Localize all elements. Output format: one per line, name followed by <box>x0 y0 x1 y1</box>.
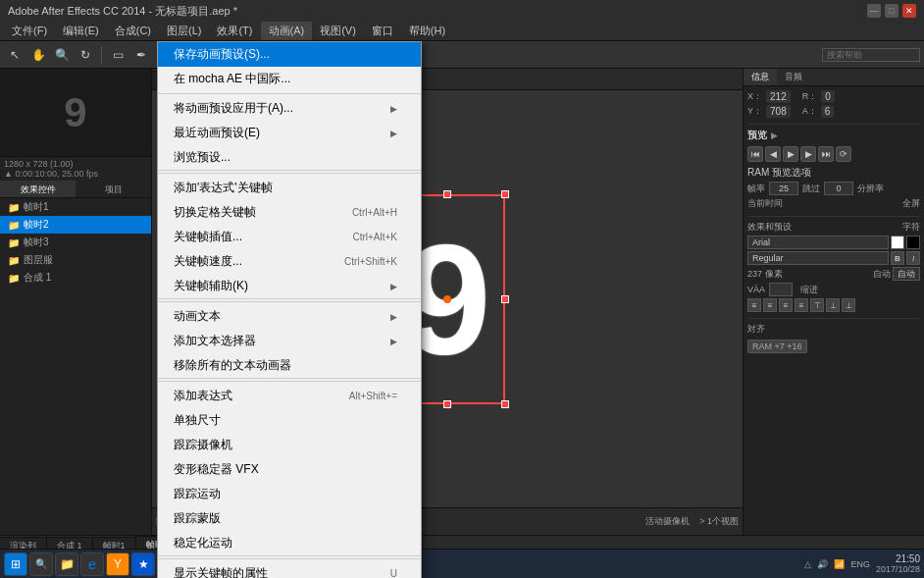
dd-item-save-preset[interactable]: 保存动画预设(S)... <box>158 42 421 67</box>
dd-label-add-keyframe: 添加'表达式'关键帧 <box>174 180 273 196</box>
dd-shortcut-interp: Ctrl+Alt+K <box>352 232 397 242</box>
dd-item-stabilize[interactable]: 稳定化运动 <box>158 531 421 556</box>
dd-item-track-mask[interactable]: 跟踪蒙版 <box>158 506 421 531</box>
dd-arrow-3: ▶ <box>390 282 397 291</box>
dd-label-stabilize: 稳定化运动 <box>174 535 232 552</box>
dd-label-toggle-hold: 切换定格关键帧 <box>174 204 256 221</box>
dd-label-separate-dims: 单独尺寸 <box>174 412 221 429</box>
dd-label-show-keyframes: 显示关键帧的属性 <box>174 565 268 578</box>
dd-sep-5 <box>158 558 421 559</box>
dd-item-remove-animators[interactable]: 移除所有的文本动画器 <box>158 353 421 379</box>
dd-item-mocha[interactable]: 在 mocha AE 中国际... <box>158 67 421 91</box>
dd-item-recent-preset[interactable]: 最近动画预设(E) ▶ <box>158 121 421 145</box>
dd-label-recent-preset: 最近动画预设(E) <box>174 125 260 141</box>
dd-item-keyframe-assist[interactable]: 关键帧辅助(K) ▶ <box>158 274 421 299</box>
dd-label-interpolation: 关键帧插值... <box>174 229 242 245</box>
dd-shortcut-hold: Ctrl+Alt+H <box>352 207 397 218</box>
dd-item-show-keyframes[interactable]: 显示关键帧的属性 U <box>158 561 421 578</box>
dd-sep-2 <box>158 173 421 174</box>
dd-item-track-motion[interactable]: 跟踪运动 <box>158 482 421 506</box>
dd-sep-4 <box>158 381 421 382</box>
dd-label-save-preset: 保存动画预设(S)... <box>174 46 270 63</box>
dd-label-track-motion: 跟踪运动 <box>174 486 221 502</box>
dd-item-separate-dims[interactable]: 单独尺寸 <box>158 408 421 433</box>
dd-arrow-1: ▶ <box>390 104 397 114</box>
dd-shortcut-show-kf: U <box>390 568 397 578</box>
dd-label-add-expression: 添加表达式 <box>174 388 232 404</box>
dd-arrow-2: ▶ <box>390 129 397 138</box>
dd-item-add-keyframe[interactable]: 添加'表达式'关键帧 <box>158 176 421 200</box>
dd-item-browse[interactable]: 浏览预设... <box>158 145 421 171</box>
dd-item-velocity[interactable]: 关键帧速度... Ctrl+Shift+K <box>158 249 421 274</box>
dd-label-add-selector: 添加文本选择器 <box>174 333 256 349</box>
dd-item-interpolation[interactable]: 关键帧插值... Ctrl+Alt+K <box>158 225 421 249</box>
dd-item-track-camera[interactable]: 跟踪摄像机 <box>158 433 421 457</box>
dd-item-toggle-hold[interactable]: 切换定格关键帧 Ctrl+Alt+H <box>158 200 421 225</box>
dd-item-animate-text[interactable]: 动画文本 ▶ <box>158 304 421 329</box>
dd-shortcut-vel: Ctrl+Shift+K <box>344 256 397 267</box>
dd-label-track-camera: 跟踪摄像机 <box>174 437 232 453</box>
dd-arrow-4: ▶ <box>390 312 397 322</box>
dd-arrow-5: ▶ <box>390 337 397 346</box>
dd-item-add-selector[interactable]: 添加文本选择器 ▶ <box>158 329 421 353</box>
dd-label-animate-text: 动画文本 <box>174 308 221 325</box>
dd-label-mocha: 在 mocha AE 中国际... <box>174 71 290 87</box>
dd-label-remove-animators: 移除所有的文本动画器 <box>174 357 291 374</box>
dd-item-add-expression[interactable]: 添加表达式 Alt+Shift+= <box>158 384 421 408</box>
dd-label-velocity: 关键帧速度... <box>174 253 242 270</box>
dd-label-vfx: 变形稳定器 VFX <box>174 461 259 478</box>
dd-label-apply-preset: 将动画预设应用于(A)... <box>174 100 293 117</box>
dropdown-menu: 保存动画预设(S)... 在 mocha AE 中国际... 将动画预设应用于(… <box>157 41 422 578</box>
dd-label-track-mask: 跟踪蒙版 <box>174 510 221 527</box>
dd-label-keyframe-assist: 关键帧辅助(K) <box>174 278 248 294</box>
dd-label-browse: 浏览预设... <box>174 149 231 166</box>
dropdown-overlay[interactable]: 保存动画预设(S)... 在 mocha AE 中国际... 将动画预设应用于(… <box>0 0 924 578</box>
dd-shortcut-expr: Alt+Shift+= <box>349 391 397 401</box>
dd-item-vfx[interactable]: 变形稳定器 VFX <box>158 457 421 482</box>
dd-sep-1 <box>158 93 421 94</box>
dd-item-apply-preset[interactable]: 将动画预设应用于(A)... ▶ <box>158 96 421 121</box>
dd-sep-3 <box>158 301 421 302</box>
